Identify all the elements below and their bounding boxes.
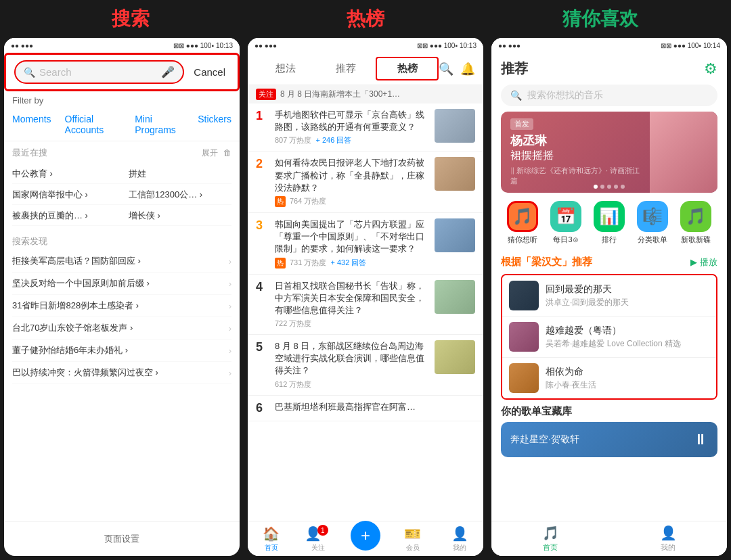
music-nav-home-label: 首页 [543,542,558,553]
recent-item-1-left[interactable]: 国家网信举报中心 › [12,189,115,201]
playlist-card[interactable]: 奔赴星空·贺敬轩 ⏸ [501,422,717,457]
cancel-button[interactable]: Cancel [190,64,229,80]
hot-reply-0[interactable]: + 246 回答 [315,135,351,145]
guess-icon: 🎵 [512,207,533,226]
discover-item-2[interactable]: 31省昨日新增828例本土感染者 › [12,295,231,317]
dot-0 [594,185,598,189]
func-guess[interactable]: 🎵 猜你想听 [501,201,544,245]
mic-icon[interactable]: 🎤 [161,66,175,78]
nav-plus[interactable]: + [342,521,389,556]
filter-stickers[interactable]: Stickers [198,114,231,135]
play-icon: ▶ [690,257,697,267]
hot-item-2[interactable]: 3 韩国向美国提出了「芯片四方联盟」应「尊重一个中国原则」、「不对华出口限制」的… [248,213,483,275]
playlist-title: 你的歌单宝藏库 [501,405,717,418]
nav-home[interactable]: 🏠 首页 [248,521,295,556]
recent-item-0-right[interactable]: 拼娃 [129,168,231,180]
filter-tags: Moments Official Accounts Mini Programs … [4,110,240,141]
song-thumb-1 [509,322,539,352]
nav-member[interactable]: 🎫 会员 [389,521,437,556]
discover-item-4[interactable]: 董子健孙怡结婚6年未办婚礼 › [12,340,231,362]
music-search-input[interactable]: 搜索你想找的音乐 [527,89,603,101]
song-item-1[interactable]: 越难越爱（粤语） 吴若希·越难越爱 Love Collection 精选 [502,317,716,358]
status-bar-3: ●● ●●● ⊠⊠ ●●● 100▪ 10:14 [491,38,727,53]
song-item-0[interactable]: 回到最爱的那天 洪卓立·回到最爱的那天 [502,275,716,317]
rank-5: 5 [256,340,269,354]
time-2: 10:13 [460,42,477,49]
hot-heat-1: 764 万热度 [290,196,326,206]
member-icon: 🎫 [404,526,421,542]
discover-item-5[interactable]: 巴以持续冲突：火箭弹频繁闪过夜空 › [12,362,231,384]
song-name-0: 回到最爱的那天 [546,283,709,296]
discover-item-0[interactable]: 拒接美军高层电话？国防部回应 › [12,250,231,273]
delete-icon[interactable]: 🗑 [223,148,231,158]
recent-item-2-right[interactable]: 增长侠 › [129,210,231,222]
rank-6: 6 [256,401,269,415]
title-pre: 根据「 [501,256,531,267]
filter-mini[interactable]: Mini Programs [135,114,184,135]
func-daily[interactable]: 📅 每日3⊙ [544,201,588,245]
plus-button[interactable]: + [351,521,380,551]
page-settings[interactable]: 页面设置 [4,521,240,556]
dot-2 [607,185,611,189]
music-nav-home[interactable]: 🎵 首页 [491,521,609,556]
tab-hotlist[interactable]: 热榜 [376,57,439,80]
recent-item-2-left[interactable]: 被裹挟的豆瓣的… › [12,210,115,222]
hot-meta-3: 722 万热度 [275,319,429,329]
recent-item-0-left[interactable]: 中公教育 › [12,168,115,180]
song-list: 回到最爱的那天 洪卓立·回到最爱的那天 越难越爱（粤语） 吴若希·越难越爱 Lo… [501,274,717,400]
music-nav-profile[interactable]: 👤 我的 [609,521,727,556]
filter-moments[interactable]: Moments [12,114,51,135]
discover-item-1[interactable]: 坚决反对给一个中国原则加前后缀 › [12,273,231,295]
func-guess-icon-wrap: 🎵 [507,201,538,232]
func-playlist[interactable]: 🎼 分类歌单 [631,201,674,245]
banner-image [650,112,717,193]
hot-img-1 [435,157,475,191]
discover-item-3[interactable]: 台北70岁山东饺子馆老板发声 › [12,317,231,340]
dot-1 [600,185,604,189]
bottom-nav: 🏠 首页 👤1 关注 + 🎫 会员 👤 [248,521,483,556]
bell-icon[interactable]: 🔔 [460,62,475,76]
recent-item-1-right[interactable]: 工信部12300公… › [129,189,231,201]
rank-1: 1 [256,109,269,123]
nav-member-label: 会员 [406,543,420,553]
dot-4 [621,185,625,189]
search-input-wrap[interactable]: 🔍 Search 🎤 [14,60,184,84]
func-newmusic-label: 新歌新碟 [681,235,711,245]
nav-follow[interactable]: 👤1 关注 [295,521,342,556]
banner-card[interactable]: 首发 杨丞琳 裙摆摇摇 ‖ 新综综艺《还有诗和远方》· 诗画浙江篇 [501,112,717,193]
tab-bar: 想法 推荐 热榜 🔍 🔔 [248,53,483,85]
play-all-button[interactable]: ▶ 播放 [690,256,717,269]
music-search-bar[interactable]: 🔍 搜索你想找的音乐 [501,85,717,106]
song-item-2[interactable]: 相依为命 陈小春·夜生活 [502,358,716,398]
pause-icon[interactable]: ⏸ [693,431,708,448]
hot-meta-2: 热 731 万热度 + 432 回答 [275,258,429,269]
tab-recommend[interactable]: 推荐 [316,58,376,79]
discover-section: 搜索发现 拒接美军高层电话？国防部回应 › 坚决反对给一个中国原则加前后缀 › … [4,229,240,387]
hotlist-title: 热榜 [347,8,384,29]
hot-item-3[interactable]: 4 日首相又找联合国秘书长「告状」称，中方军演关日本安全保障和国民安全，有哪些信… [248,275,483,335]
hot-item-1[interactable]: 2 如何看待农民日报评老人下地打农药被要求广播检讨，称「全县静默」，庄稼没法静默… [248,151,483,213]
recommend-section: 根据「梁汉文」推荐 ▶ 播放 回到最爱的那天 洪卓立·回到最爱的那天 [501,253,717,400]
expand-button[interactable]: 展开 [202,147,218,159]
song-info-0: 回到最爱的那天 洪卓立·回到最爱的那天 [546,283,709,308]
hotlist-panel: ●● ●●● ⊠⊠ ●●● 100▪ 10:13 想法 推荐 热榜 🔍 🔔 关注 [248,38,483,556]
filter-official[interactable]: Official Accounts [65,114,122,135]
hot-reply-2[interactable]: + 432 回答 [330,258,366,268]
hot-item-4[interactable]: 5 8 月 8 日，东部战区继续位台岛周边海空域进行实战化联合演训，哪些信息值得… [248,335,483,396]
search-input[interactable]: Search [39,66,161,78]
hot-item-5[interactable]: 6 巴基斯坦塔利班最高指挥官在阿富… [248,396,483,421]
tab-ideas[interactable]: 想法 [256,58,316,79]
search-icon: 🔍 [24,67,35,78]
func-rank-icon-wrap: 📊 [594,201,625,232]
nav-follow-label: 关注 [311,543,325,553]
func-newmusic[interactable]: 🎵 新歌新碟 [674,201,717,245]
nav-profile[interactable]: 👤 我的 [436,521,483,556]
search-bar[interactable]: 🔍 Search 🎤 Cancel [4,53,240,91]
plus-icon: + [361,526,370,545]
func-rank[interactable]: 📊 排行 [588,201,631,245]
music-settings-icon[interactable]: ⚙ [704,60,717,78]
music-home-icon: 🎵 [542,525,559,541]
hot-item-0[interactable]: 1 手机地图软件已可显示「京台高铁」线路图，该路线的开通有何重要意义？ 807 … [248,103,483,151]
search-tab-icon[interactable]: 🔍 [439,62,453,76]
recommend-title: 猜你喜欢 [562,8,638,29]
